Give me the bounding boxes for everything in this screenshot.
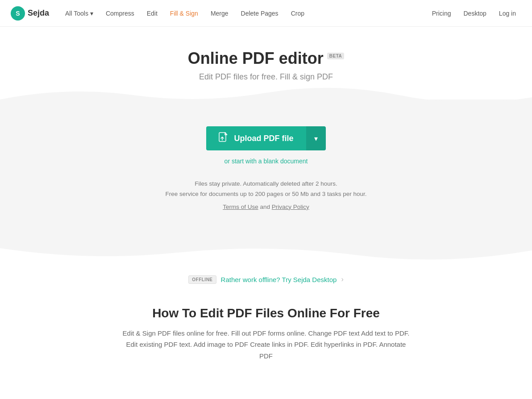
- and-text: and: [260, 204, 271, 210]
- nav-right-links: Pricing Desktop Log in: [427, 7, 521, 20]
- hero-title-row: Online PDF editor BETA: [9, 49, 523, 68]
- upload-section: Upload PDF file ▾ or start with a blank …: [0, 100, 532, 248]
- how-to-section: How To Edit PDF Files Online For Free Ed…: [110, 297, 422, 380]
- upload-area: Upload PDF file ▾ or start with a blank …: [9, 126, 523, 165]
- offline-tag: OFFLINE: [188, 275, 216, 284]
- wave-top: [0, 86, 532, 113]
- how-to-description: Edit & Sign PDF files online for free. F…: [119, 328, 413, 362]
- info-text: Files stay private. Automatically delete…: [9, 179, 523, 212]
- nav-delete-pages[interactable]: Delete Pages: [236, 7, 284, 20]
- beta-badge: BETA: [327, 53, 344, 59]
- info-line1: Files stay private. Automatically delete…: [9, 179, 523, 189]
- info-line2: Free service for documents up to 200 pag…: [9, 189, 523, 200]
- how-to-title: How To Edit PDF Files Online For Free: [119, 306, 413, 320]
- nav-compress[interactable]: Compress: [100, 7, 140, 20]
- hero-subtitle: Edit PDF files for free. Fill & sign PDF: [9, 72, 523, 82]
- nav-links: All Tools ▾ Compress Edit Fill & Sign Me…: [60, 7, 310, 20]
- terms-link[interactable]: Terms of Use: [223, 204, 258, 210]
- nav-fill-sign[interactable]: Fill & Sign: [165, 7, 204, 20]
- hero-title: Online PDF editor: [188, 49, 324, 68]
- logo-icon: S: [11, 6, 25, 21]
- nav-edit[interactable]: Edit: [141, 7, 163, 20]
- upload-button-group: Upload PDF file ▾: [206, 126, 325, 150]
- offline-link[interactable]: Rather work offline? Try Sejda Desktop: [221, 276, 337, 283]
- nav-merge[interactable]: Merge: [205, 7, 234, 20]
- nav-all-tools[interactable]: All Tools ▾: [60, 7, 99, 20]
- logo-text: Sejda: [28, 8, 49, 18]
- privacy-link[interactable]: Privacy Policy: [272, 204, 309, 210]
- upload-dropdown-button[interactable]: ▾: [306, 126, 326, 150]
- dropdown-arrow-icon: ▾: [314, 134, 318, 143]
- nav-pricing[interactable]: Pricing: [427, 7, 457, 20]
- upload-pdf-button[interactable]: Upload PDF file: [206, 126, 306, 150]
- nav-desktop[interactable]: Desktop: [458, 7, 491, 20]
- offline-banner[interactable]: OFFLINE Rather work offline? Try Sejda D…: [188, 275, 343, 284]
- chevron-right-icon: ›: [341, 275, 343, 283]
- wave-bottom: [0, 235, 532, 262]
- logo-link[interactable]: S Sejda: [11, 6, 49, 21]
- nav-crop[interactable]: Crop: [286, 7, 310, 20]
- navbar: S Sejda All Tools ▾ Compress Edit Fill &…: [0, 0, 532, 27]
- hero-section: Online PDF editor BETA Edit PDF files fo…: [0, 27, 532, 82]
- info-links: Terms of Use and Privacy Policy: [9, 202, 523, 212]
- chevron-down-icon: ▾: [90, 10, 93, 17]
- upload-icon: [219, 132, 229, 145]
- nav-login[interactable]: Log in: [494, 7, 521, 20]
- blank-document-link[interactable]: or start with a blank document: [224, 158, 308, 165]
